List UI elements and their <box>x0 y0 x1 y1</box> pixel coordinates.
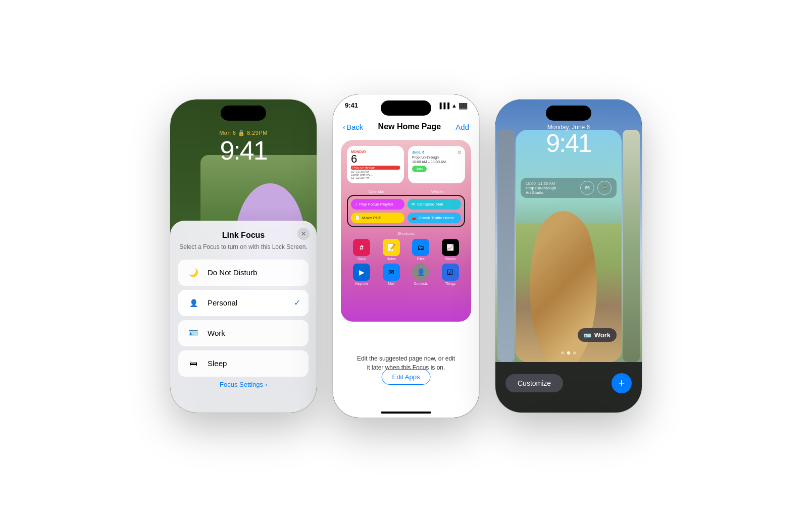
status-time: 9:41 <box>345 101 358 109</box>
scene: Mon 6 🔒 8:29PM 9:41 ✕ Link Focus Select … <box>150 74 662 438</box>
dot-1 <box>561 351 564 354</box>
dot-2 <box>567 351 570 354</box>
modal-subtitle: Select a Focus to turn on with this Lock… <box>178 243 309 251</box>
stocks-icon: 📈 <box>442 239 459 256</box>
dot-3 <box>573 351 576 354</box>
wifi-icon: ▲ <box>451 103 457 109</box>
customize-button[interactable]: Customize <box>505 374 563 392</box>
contacts-icon: 👤 <box>412 264 429 281</box>
screen-right: PHOTO Monday, June 6 9:41 10:00–11:30 AM… <box>495 99 642 413</box>
pdf-icon: 📄 <box>355 216 360 220</box>
center-panel <box>516 130 622 362</box>
shortcuts-grid: ♪ Play Focus Playlist ✉ Compose Mail 📄 M… <box>351 199 461 223</box>
dynamic-island-left <box>221 106 266 121</box>
webex-date: June, 6 <box>412 150 424 154</box>
work-badge-icon: 🪪 <box>584 332 591 339</box>
nav-title: New Home Page <box>378 122 441 131</box>
focus-option-do-not-disturb[interactable]: 🌙 Do Not Disturb <box>178 260 309 286</box>
widget-labels-row-1: Calendar Webex <box>347 187 465 194</box>
dynamic-island-mid <box>381 100 431 116</box>
calendar-label: Calendar <box>368 189 384 194</box>
chevron-left-icon: ‹ <box>343 123 345 131</box>
work-icon: 🪪 <box>186 326 200 340</box>
left-side-panel <box>497 130 515 362</box>
calendar-widget[interactable]: MONDAY 6 Prop run-through 10–11:30 AM Lu… <box>347 146 404 183</box>
shortcut-label-traffic: Check Traffic Home <box>419 216 454 220</box>
webex-event: Prop run-through <box>412 156 461 159</box>
right-side-panel <box>623 130 640 362</box>
fitness-icon: 🏃 <box>602 185 607 190</box>
shortcut-compose-mail[interactable]: ✉ Compose Mail <box>408 199 461 210</box>
app-keynote[interactable]: ▶ Keynote <box>353 264 370 285</box>
checkmark-icon: ✓ <box>294 298 300 308</box>
temp-circle: 65 <box>580 181 594 195</box>
focus-label-sleep: Sleep <box>208 359 300 368</box>
fitness-circle: 🏃 <box>597 181 612 195</box>
widget-location: Art Studio <box>526 190 556 195</box>
webex-widget[interactable]: June, 6 ⊡ Prop run-through 10:00 AM – 11… <box>408 146 465 183</box>
bottom-bar: Customize + <box>495 362 642 413</box>
widget-event-info: 10:00–11:30 AM Prop run-through Art Stud… <box>526 181 556 195</box>
app-files[interactable]: 🗂 Files <box>412 239 429 261</box>
back-label: Back <box>346 123 363 131</box>
focus-label-dnd: Do Not Disturb <box>208 268 300 277</box>
home-page-content: MONDAY 6 Prop run-through 10–11:30 AM Lu… <box>341 140 471 377</box>
person-icon: 👤 <box>186 296 200 310</box>
shortcut-make-pdf[interactable]: 📄 Make PDF <box>351 213 404 223</box>
link-focus-modal: ✕ Link Focus Select a Focus to turn on w… <box>170 221 317 413</box>
signal-icon: ▐▐▐ <box>438 103 449 109</box>
add-button[interactable]: Add <box>455 123 469 131</box>
apps-row-1: # Slack 📝 Notes 🗂 Files 📈 <box>347 239 465 261</box>
add-screen-button[interactable]: + <box>612 373 632 393</box>
focus-settings-link[interactable]: Focus Settings › <box>178 381 309 388</box>
app-mail[interactable]: ✉ Mail <box>383 264 400 285</box>
shortcuts-widget[interactable]: ♪ Play Focus Playlist ✉ Compose Mail 📄 M… <box>347 195 465 227</box>
edit-apps-button[interactable]: Edit Apps <box>382 369 431 385</box>
widget-event-time: 10:00–11:30 AM <box>526 181 556 186</box>
shortcut-label-pdf: Make PDF <box>362 216 381 220</box>
shortcuts-label: Shortcuts <box>347 231 465 236</box>
shortcut-play-focus[interactable]: ♪ Play Focus Playlist <box>351 199 404 210</box>
app-slack[interactable]: # Slack <box>353 239 370 261</box>
moon-icon: 🌙 <box>186 266 200 280</box>
right-widget: 10:00–11:30 AM Prop run-through Art Stud… <box>521 178 617 198</box>
app-notes[interactable]: 📝 Notes <box>383 239 400 261</box>
files-label: Files <box>417 257 425 261</box>
slack-label: Slack <box>358 257 366 261</box>
shortcut-traffic[interactable]: 🚗 Check Traffic Home <box>408 213 461 223</box>
slack-icon: # <box>353 239 370 256</box>
apps-row-2: ▶ Keynote ✉ Mail 👤 Contacts ☑ <box>347 264 465 285</box>
app-contacts[interactable]: 👤 Contacts <box>412 264 429 285</box>
sleep-icon: 🛏 <box>186 356 200 371</box>
lock-time: 9:41 <box>220 137 267 164</box>
things-icon: ☑ <box>442 264 459 281</box>
contacts-label: Contacts <box>414 282 428 285</box>
focus-option-work[interactable]: 🪪 Work <box>178 320 309 346</box>
battery-icon: ▓▓ <box>459 103 467 109</box>
back-button[interactable]: ‹ Back <box>343 123 363 131</box>
stocks-label: Stocks <box>445 257 455 261</box>
modal-close-button[interactable]: ✕ <box>297 228 310 240</box>
compose-icon: ✉ <box>412 202 415 207</box>
focus-label-personal: Personal <box>208 298 287 307</box>
nav-bar: ‹ Back New Home Page Add <box>333 122 479 131</box>
calendar-event-2-time: 12–12:30 PM <box>351 176 400 179</box>
shortcut-label-play: Play Focus Playlist <box>359 202 393 207</box>
webex-label: Webex <box>431 189 444 194</box>
app-stocks[interactable]: 📈 Stocks <box>442 239 459 261</box>
app-things[interactable]: ☑ Things <box>442 264 459 285</box>
focus-option-sleep[interactable]: 🛏 Sleep <box>178 350 309 377</box>
files-icon: 🗂 <box>412 239 429 256</box>
screen-mid: 9:41 ▐▐▐ ▲ ▓▓ ‹ Back New Home Page Add <box>333 94 479 418</box>
keynote-label: Keynote <box>355 282 368 285</box>
focus-option-personal[interactable]: 👤 Personal ✓ <box>178 290 309 316</box>
phone-left: Mon 6 🔒 8:29PM 9:41 ✕ Link Focus Select … <box>170 99 317 413</box>
calendar-num: 6 <box>351 153 400 165</box>
webex-join-button[interactable]: Join <box>412 166 427 172</box>
things-label: Things <box>445 282 455 285</box>
webex-icon: ⊡ <box>458 150 461 155</box>
widget-event-name: Prop run-through <box>526 186 556 190</box>
webex-time: 10:00 AM – 11:30 AM <box>412 160 461 164</box>
mail-icon: ✉ <box>383 264 400 281</box>
dots-indicator <box>561 351 576 354</box>
